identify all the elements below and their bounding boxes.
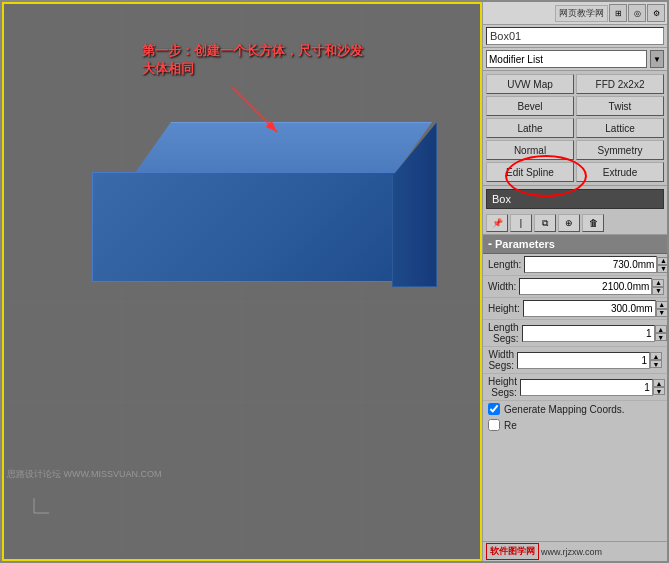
3d-box [52,122,432,282]
param-row-length-segs: Length Segs: ▲ ▼ [483,320,667,347]
spin-up-length[interactable]: ▲ [657,257,667,265]
checkbox-row-real-world: Re [483,417,667,433]
stack-btn-pin[interactable]: 📌 [486,214,508,232]
param-input-width-segs[interactable] [517,352,650,369]
annotation-text: 第一步：创建一个长方体，尺寸和沙发 大体相同 [142,42,363,78]
param-spinner-width-segs: ▲ ▼ [650,352,662,368]
spin-up-width-segs[interactable]: ▲ [650,352,662,360]
watermark: 思路设计论坛 WWW.MISSVUAN.COM [7,468,162,481]
btn-lattice[interactable]: Lattice [576,118,664,138]
param-label-height-segs: Height Segs: [488,376,520,398]
btn-twist[interactable]: Twist [576,96,664,116]
stack-btn-separator[interactable]: | [510,214,532,232]
param-spinner-height-segs: ▲ ▼ [653,379,665,395]
modifier-stack-box: Box [486,189,664,209]
spin-down-height[interactable]: ▼ [656,309,667,317]
spin-up-length-segs[interactable]: ▲ [655,325,667,333]
box-face-top [132,122,432,177]
btn-extrude[interactable]: Extrude [576,162,664,182]
stack-btn-paste[interactable]: ⊕ [558,214,580,232]
spin-up-height-segs[interactable]: ▲ [653,379,665,387]
param-input-length-segs[interactable] [522,325,655,342]
params-collapse-btn[interactable]: - [488,237,492,251]
stack-btn-delete[interactable]: 🗑 [582,214,604,232]
stack-btn-copy[interactable]: ⧉ [534,214,556,232]
checkbox-real-world-label: Re [504,420,517,431]
param-input-width[interactable] [519,278,652,295]
param-spinner-height: ▲ ▼ [656,301,667,317]
param-input-height[interactable] [523,300,656,317]
spin-down-height-segs[interactable]: ▼ [653,387,665,395]
param-input-length[interactable] [524,256,657,273]
parameters-title: Parameters [495,238,555,250]
toolbar-icon-1[interactable]: ⊞ [609,4,627,22]
checkbox-real-world[interactable] [488,419,500,431]
stack-item-box[interactable]: Box [492,193,511,205]
spin-up-height[interactable]: ▲ [656,301,667,309]
param-row-width-segs: Width Segs: ▲ ▼ [483,347,667,374]
btn-edit-spline[interactable]: Edit Spline [486,162,574,182]
btn-lathe[interactable]: Lathe [486,118,574,138]
modifier-list-row: Modifier List ▼ [483,48,667,71]
param-label-height: Height: [488,303,523,314]
site-label: 网页教学网 [555,5,608,22]
bottom-footer: 软件图学网 www.rjzxw.com [483,541,667,561]
footer-site: www.rjzxw.com [541,547,602,557]
param-row-height: Height: ▲ ▼ [483,298,667,320]
parameters-section: - Parameters Length: ▲ ▼ Width: ▲ ▼ [483,235,667,541]
modifier-buttons-grid: UVW Map FFD 2x2x2 Bevel Twist Lathe Latt… [483,71,667,186]
parameters-header: - Parameters [483,235,667,254]
right-panel: 网页教学网 ⊞ ◎ ⚙ Modifier List ▼ UVW Map FFD … [482,2,667,561]
footer-logo: 软件图学网 [486,543,539,560]
stack-toolbar: 📌 | ⧉ ⊕ 🗑 [483,212,667,235]
param-label-length-segs: Length Segs: [488,322,522,344]
param-label-length: Length: [488,259,524,270]
toolbar-icon-2[interactable]: ◎ [628,4,646,22]
param-spinner-length: ▲ ▼ [657,257,667,273]
btn-ffd[interactable]: FFD 2x2x2 [576,74,664,94]
toolbar-icon-3[interactable]: ⚙ [647,4,665,22]
top-toolbar: 网页教学网 ⊞ ◎ ⚙ [483,2,667,25]
checkbox-mapping-label: Generate Mapping Coords. [504,404,625,415]
btn-normal[interactable]: Normal [486,140,574,160]
param-label-width-segs: Width Segs: [488,349,517,371]
spin-down-width[interactable]: ▼ [652,287,664,295]
spin-up-width[interactable]: ▲ [652,279,664,287]
svg-text:+: + [32,496,36,497]
box-face-front [92,172,412,282]
name-field-row [483,25,667,48]
btn-symmetry[interactable]: Symmetry [576,140,664,160]
param-row-length: Length: ▲ ▼ [483,254,667,276]
param-input-height-segs[interactable] [520,379,653,396]
main-container: 第一步：创建一个长方体，尺寸和沙发 大体相同 思路设计论坛 WWW.MISSVU… [0,0,669,563]
spin-down-length-segs[interactable]: ▼ [655,333,667,341]
param-spinner-width: ▲ ▼ [652,279,664,295]
checkbox-mapping[interactable] [488,403,500,415]
modifier-dropdown-arrow[interactable]: ▼ [650,50,664,68]
spin-down-width-segs[interactable]: ▼ [650,360,662,368]
axis-indicator: + [17,496,52,531]
viewport[interactable]: 第一步：创建一个长方体，尺寸和沙发 大体相同 思路设计论坛 WWW.MISSVU… [2,2,482,561]
object-name-input[interactable] [486,27,664,45]
spin-down-length[interactable]: ▼ [657,265,667,273]
param-spinner-length-segs: ▲ ▼ [655,325,667,341]
param-label-width: Width: [488,281,519,292]
param-row-height-segs: Height Segs: ▲ ▼ [483,374,667,401]
btn-bevel[interactable]: Bevel [486,96,574,116]
param-row-width: Width: ▲ ▼ [483,276,667,298]
checkbox-row-mapping: Generate Mapping Coords. [483,401,667,417]
btn-uvw-map[interactable]: UVW Map [486,74,574,94]
modifier-list-dropdown[interactable]: Modifier List [486,50,647,68]
